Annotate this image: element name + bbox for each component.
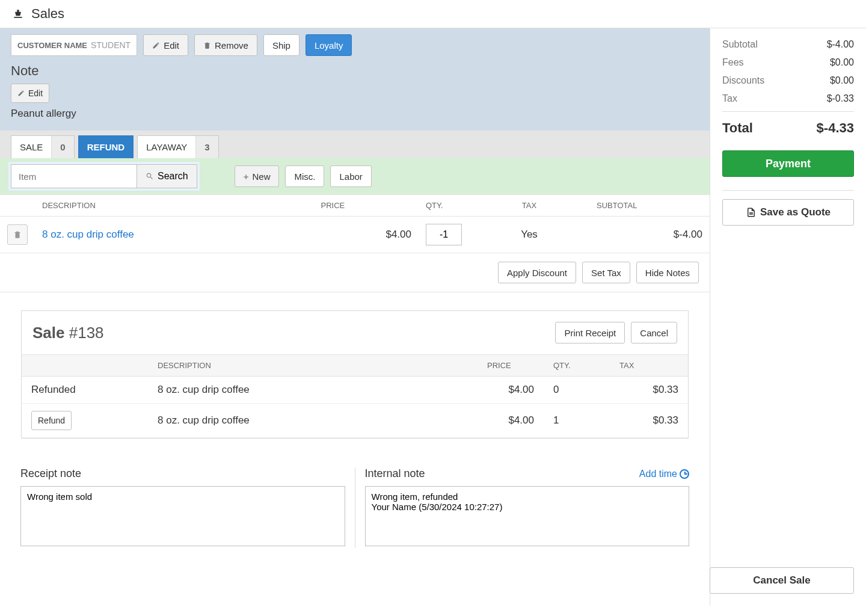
receipt-note-heading: Receipt note — [20, 467, 345, 480]
labor-button[interactable]: Labor — [330, 165, 371, 187]
line-tax: Yes — [469, 217, 589, 253]
sale-row: Refunded 8 oz. cup drip coffee $4.00 0 $… — [22, 377, 688, 404]
col-qty: QTY. — [419, 195, 469, 217]
tab-refund[interactable]: REFUND — [78, 135, 134, 158]
tax-value: $-0.33 — [827, 93, 854, 104]
sale-row-tax: $0.33 — [610, 377, 688, 404]
customer-label: CUSTOMER NAME — [17, 41, 87, 50]
set-tax-button[interactable]: Set Tax — [582, 262, 630, 283]
clock-icon — [680, 469, 689, 479]
sale-col-price: PRICE — [478, 355, 544, 377]
sale-col-qty: QTY. — [544, 355, 610, 377]
customer-value: STUDENT — [91, 40, 131, 50]
payment-button[interactable]: Payment — [722, 150, 854, 177]
sale-row-desc: 8 oz. cup drip coffee — [148, 404, 478, 438]
line-price: $4.00 — [314, 217, 419, 253]
receipt-note-textarea[interactable] — [20, 486, 345, 546]
new-label: New — [252, 171, 270, 182]
sale-row-desc: 8 oz. cup drip coffee — [148, 377, 478, 404]
delete-line-button[interactable] — [7, 224, 28, 245]
totals-sidebar: Subtotal$-4.00 Fees$0.00 Discounts$0.00 … — [710, 28, 866, 606]
sale-row: Refund 8 oz. cup drip coffee $4.00 1 $0.… — [22, 404, 688, 438]
discounts-value: $0.00 — [830, 75, 854, 86]
item-search-input[interactable] — [11, 164, 137, 188]
line-subtotal: $-4.00 — [589, 217, 710, 253]
refund-line-button[interactable]: Refund — [31, 411, 72, 430]
edit-note-label: Edit — [28, 88, 43, 98]
tab-layaway[interactable]: LAYAWAY 3 — [137, 135, 218, 158]
tab-sale-label: SALE — [11, 142, 51, 152]
plus-icon: + — [244, 171, 249, 182]
sale-row-price: $4.00 — [478, 404, 544, 438]
page-title: Sales — [31, 6, 64, 22]
line-items-table: DESCRIPTION PRICE QTY. TAX SUBTOTAL 8 oz… — [0, 194, 710, 253]
pencil-icon — [17, 90, 25, 97]
subtotal-value: $-4.00 — [827, 39, 854, 50]
remove-label: Remove — [215, 40, 248, 51]
tab-refund-label: REFUND — [79, 142, 134, 152]
sale-col-tax: TAX — [610, 355, 688, 377]
total-value: $-4.33 — [817, 120, 854, 136]
note-text: Peanut allergy — [11, 108, 699, 120]
trash-icon — [203, 42, 211, 49]
search-button[interactable]: Search — [137, 164, 197, 188]
hide-notes-button[interactable]: Hide Notes — [636, 262, 699, 283]
sale-row-qty: 1 — [544, 404, 610, 438]
original-sale-panel: Sale #138 Print Receipt Cancel DESCRIPTI… — [21, 310, 689, 439]
sale-row-price: $4.00 — [478, 377, 544, 404]
tab-layaway-label: LAYAWAY — [138, 142, 195, 152]
remove-customer-button[interactable]: Remove — [194, 34, 257, 56]
misc-button[interactable]: Misc. — [285, 165, 324, 187]
discounts-label: Discounts — [722, 75, 764, 86]
line-qty-input[interactable] — [426, 224, 462, 245]
cancel-sale-inline-button[interactable]: Cancel — [631, 322, 677, 343]
sale-tabs: SALE 0 REFUND LAYAWAY 3 — [0, 131, 710, 158]
print-receipt-button[interactable]: Print Receipt — [555, 322, 625, 343]
fees-value: $0.00 — [830, 57, 854, 68]
col-tax: TAX — [469, 195, 589, 217]
col-price: PRICE — [314, 195, 419, 217]
note-heading: Note — [11, 63, 699, 79]
cancel-sale-button[interactable]: Cancel Sale — [710, 567, 854, 594]
fees-label: Fees — [722, 57, 744, 68]
line-actions-row: Apply Discount Set Tax Hide Notes — [0, 253, 710, 292]
col-subtotal: SUBTOTAL — [589, 195, 710, 217]
new-item-button[interactable]: + New — [235, 165, 280, 187]
customer-name-box: CUSTOMER NAME STUDENT — [11, 34, 137, 56]
item-search-row: Search + New Misc. Labor — [0, 158, 710, 194]
subtotal-label: Subtotal — [722, 39, 758, 50]
tab-sale-count: 0 — [51, 136, 73, 158]
register-icon — [12, 8, 24, 20]
page-header: Sales — [0, 0, 866, 28]
customer-panel: CUSTOMER NAME STUDENT Edit Remove Ship L… — [0, 28, 710, 131]
line-description-link[interactable]: 8 oz. cup drip coffee — [42, 229, 134, 240]
total-label: Total — [722, 120, 753, 136]
sale-col-desc: DESCRIPTION — [148, 355, 478, 377]
edit-customer-button[interactable]: Edit — [143, 34, 188, 56]
sale-items-table: DESCRIPTION PRICE QTY. TAX Refunded 8 oz… — [22, 355, 688, 438]
internal-note-heading: Internal note — [365, 467, 425, 480]
add-time-link[interactable]: Add time — [639, 469, 689, 479]
ship-button[interactable]: Ship — [263, 34, 299, 56]
tab-sale[interactable]: SALE 0 — [11, 135, 75, 158]
tab-layaway-count: 3 — [195, 136, 218, 158]
sale-row-qty: 0 — [544, 377, 610, 404]
sale-row-status: Refunded — [22, 377, 148, 404]
quote-icon — [746, 207, 757, 218]
loyalty-button[interactable]: Loyalty — [306, 34, 352, 56]
search-icon — [146, 172, 154, 180]
notes-section: Receipt note Internal note Add time — [0, 457, 710, 559]
col-description: DESCRIPTION — [35, 195, 314, 217]
search-label: Search — [158, 171, 188, 182]
save-as-quote-button[interactable]: Save as Quote — [722, 199, 854, 226]
tax-label: Tax — [722, 93, 737, 104]
internal-note-textarea[interactable] — [365, 486, 690, 546]
line-row: 8 oz. cup drip coffee $4.00 Yes $-4.00 — [0, 217, 710, 253]
pencil-icon — [152, 42, 160, 49]
sale-title: Sale #138 — [32, 324, 104, 342]
apply-discount-button[interactable]: Apply Discount — [498, 262, 576, 283]
sale-row-tax: $0.33 — [610, 404, 688, 438]
trash-icon — [13, 230, 22, 239]
edit-label: Edit — [164, 40, 179, 51]
edit-note-button[interactable]: Edit — [11, 84, 49, 103]
